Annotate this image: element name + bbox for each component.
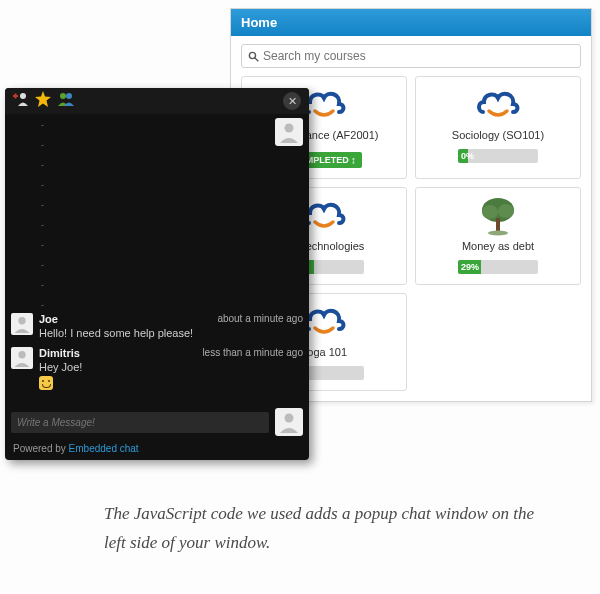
progress-label: 0% — [461, 149, 474, 163]
svg-point-15 — [285, 414, 294, 423]
chat-message: Dimitris less than a minute ago Hey Joe! — [11, 347, 303, 392]
svg-point-11 — [66, 93, 72, 99]
svg-rect-5 — [496, 218, 500, 231]
svg-line-1 — [255, 57, 258, 60]
caption-text: The JavaScript code we used adds a popup… — [104, 500, 554, 558]
message-list: Joe about a minute ago Hello! I need som… — [11, 313, 303, 400]
message-input[interactable] — [11, 412, 269, 433]
users-icon[interactable] — [57, 92, 75, 110]
cloud-icon — [422, 85, 574, 125]
footer-link[interactable]: Embedded chat — [69, 443, 139, 454]
avatar[interactable] — [11, 313, 33, 335]
avatar[interactable] — [275, 408, 303, 436]
add-user-icon[interactable] — [13, 92, 29, 110]
chat-toolbar: ✕ — [5, 88, 309, 114]
page-title: Home — [231, 9, 591, 36]
svg-rect-8 — [15, 94, 17, 99]
svg-point-10 — [60, 93, 66, 99]
search-icon — [248, 51, 259, 62]
course-title: Money as debt — [422, 240, 574, 252]
avatar[interactable] — [11, 347, 33, 369]
course-card[interactable]: Sociology (SO101) 0% — [415, 76, 581, 179]
message-author: Dimitris — [39, 347, 80, 359]
progress-bar: 29% — [458, 260, 538, 274]
chat-window: ✕ ---------- Joe about a minute ago Hell… — [5, 88, 309, 460]
tree-icon — [422, 196, 574, 236]
smile-emoji-icon — [39, 376, 53, 390]
timeline-marks: ---------- — [41, 120, 44, 310]
search-input[interactable] — [263, 49, 574, 63]
search-bar[interactable] — [241, 44, 581, 68]
chat-message: Joe about a minute ago Hello! I need som… — [11, 313, 303, 339]
close-button[interactable]: ✕ — [283, 92, 301, 110]
progress-label: 29% — [461, 260, 479, 274]
svg-point-6 — [488, 231, 508, 236]
svg-point-4 — [498, 204, 514, 218]
svg-point-0 — [249, 52, 255, 58]
course-card[interactable]: Money as debt 29% — [415, 187, 581, 285]
chat-input-row — [5, 404, 309, 440]
course-title: Sociology (SO101) — [422, 129, 574, 141]
svg-point-13 — [18, 317, 25, 324]
message-time: less than a minute ago — [202, 347, 303, 359]
star-icon[interactable] — [35, 91, 51, 111]
svg-point-3 — [482, 205, 498, 219]
progress-bar: 0% — [458, 149, 538, 163]
svg-point-14 — [18, 351, 25, 358]
message-author: Joe — [39, 313, 58, 325]
avatar[interactable] — [275, 118, 303, 146]
svg-point-12 — [285, 124, 294, 133]
message-text: Hello! I need some help please! — [39, 327, 303, 339]
message-text: Hey Joe! — [39, 361, 303, 373]
svg-point-9 — [20, 93, 26, 99]
chat-body: ---------- Joe about a minute ago Hello!… — [5, 114, 309, 404]
footer-text: Powered by — [13, 443, 69, 454]
chat-footer: Powered by Embedded chat — [5, 440, 309, 460]
message-time: about a minute ago — [217, 313, 303, 325]
